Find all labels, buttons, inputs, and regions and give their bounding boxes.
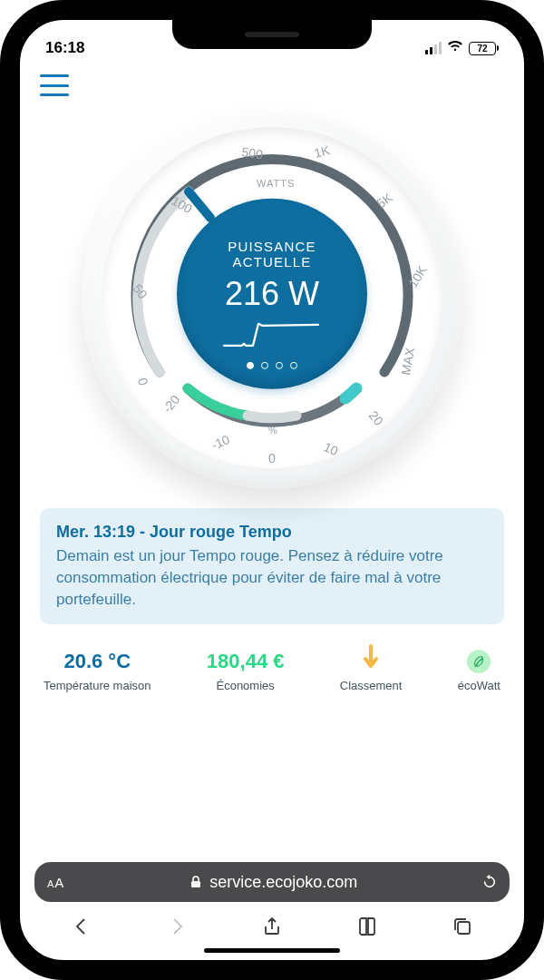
arrow-down-icon — [362, 644, 380, 673]
svg-rect-15 — [191, 881, 200, 887]
metric-temperature[interactable]: 20.6 °C Température maison — [44, 650, 151, 692]
gauge-label-1: PUISSANCE — [228, 239, 316, 254]
page-dots[interactable] — [247, 362, 297, 369]
lock-icon — [189, 875, 203, 889]
clock: 16:18 — [45, 39, 84, 57]
svg-text:WATTS: WATTS — [257, 178, 295, 189]
gauge-value: 216 W — [225, 275, 319, 313]
svg-text:500: 500 — [241, 144, 265, 162]
menu-icon[interactable] — [40, 74, 69, 96]
svg-text:-20: -20 — [160, 392, 182, 416]
alert-card[interactable]: Mer. 13:19 - Jour rouge Tempo Demain est… — [40, 508, 504, 624]
metric-ranking[interactable]: Classement — [340, 644, 403, 692]
tabs-icon[interactable] — [452, 916, 473, 941]
svg-text:10: 10 — [322, 439, 341, 458]
notch — [172, 20, 372, 49]
gauge-center: PUISSANCE ACTUELLE 216 W — [177, 199, 367, 389]
svg-text:20: 20 — [366, 408, 386, 428]
share-icon[interactable] — [261, 916, 283, 941]
svg-rect-16 — [458, 922, 470, 934]
svg-text:1K: 1K — [313, 142, 332, 161]
reload-icon[interactable] — [482, 875, 497, 889]
battery-icon: 72 — [469, 42, 499, 55]
metric-economies[interactable]: 180,44 € Économies — [207, 650, 285, 692]
browser-chrome: AA service.ecojoko.com — [20, 849, 524, 960]
wifi-icon — [447, 39, 463, 57]
svg-text:-10: -10 — [209, 432, 232, 453]
bookmarks-icon[interactable] — [356, 916, 378, 941]
svg-text:0: 0 — [268, 451, 276, 466]
svg-text:0: 0 — [135, 377, 151, 387]
leaf-icon — [467, 650, 491, 673]
url-text: service.ecojoko.com — [209, 873, 357, 892]
forward-icon[interactable] — [166, 916, 188, 941]
phone-frame: 16:18 72 — [0, 0, 544, 980]
sparkline-icon — [222, 318, 322, 349]
metric-ecowatt[interactable]: écoWatt — [458, 650, 500, 692]
home-indicator[interactable] — [204, 948, 340, 953]
back-icon[interactable] — [71, 916, 92, 941]
address-bar[interactable]: AA service.ecojoko.com — [34, 862, 510, 902]
power-gauge[interactable]: 0 50 100 500 1K 5K 10K MAX WATTS -20 -10… — [82, 107, 462, 488]
cellular-signal-icon — [425, 42, 442, 54]
text-size-icon[interactable]: AA — [47, 875, 63, 890]
svg-text:%: % — [268, 425, 278, 436]
alert-body: Demain est un jour Tempo rouge. Pensez à… — [56, 545, 488, 610]
gauge-label-2: ACTUELLE — [232, 254, 311, 270]
alert-title: Mer. 13:19 - Jour rouge Tempo — [56, 523, 488, 542]
